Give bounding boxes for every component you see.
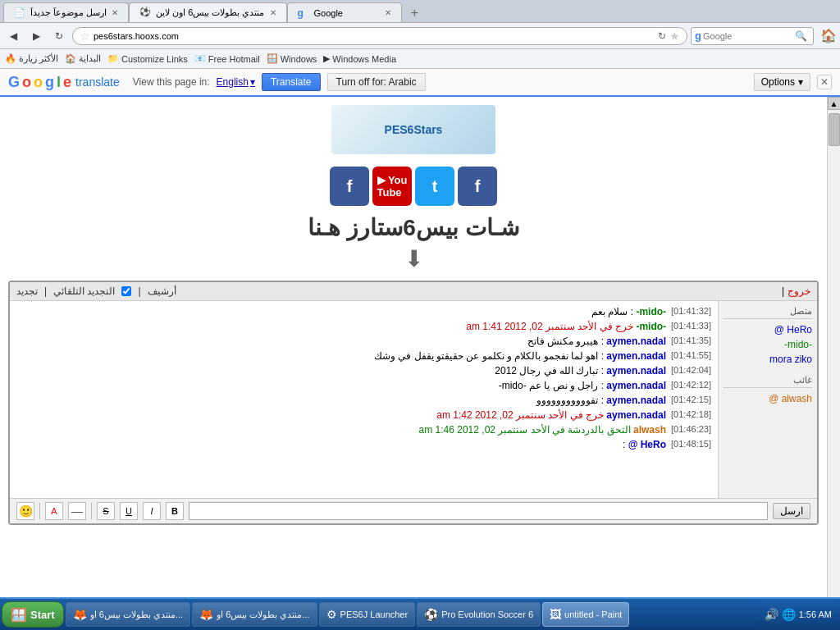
facebook-icon-1[interactable]: f — [330, 167, 369, 206]
twitter-icon[interactable]: t — [415, 167, 454, 206]
google-g3: o — [34, 74, 43, 91]
msg-text-9: التحق بالدردشة في الأحد سنتمبر 02, 2012 … — [419, 424, 633, 436]
msg-text-6: : راجل و نص يا عم -mido- — [499, 380, 607, 391]
launcher-icon: ⚙ — [326, 608, 337, 621]
bold-button[interactable]: B — [166, 502, 184, 520]
smiley-button[interactable]: 🙂 — [16, 502, 34, 520]
msg-time-7: [01:42:15] — [671, 395, 711, 404]
send-button[interactable]: ارسل — [773, 503, 810, 519]
search-submit[interactable]: 🔍 — [795, 30, 807, 42]
network-tray-icon[interactable]: 🌐 — [782, 608, 796, 621]
social-icons: f ▶ YouTube t f — [0, 167, 827, 206]
color-button[interactable]: A — [45, 502, 63, 520]
facebook-icon-2[interactable]: f — [458, 167, 497, 206]
speaker-tray-icon[interactable]: 🔊 — [765, 608, 778, 621]
msg-text-4: : اهو لما نفجمو بالكلام و نكلمو عن حقيقت… — [374, 350, 606, 362]
msg-time-1: [01:41:32] — [671, 306, 711, 316]
google-translate-logo: Google translate — [8, 74, 120, 91]
sidebar-user-alwash: alwash @ — [724, 391, 812, 406]
chat-toolbar-left: خروج | — [782, 285, 810, 297]
google-logo-in-search: g — [695, 30, 701, 42]
start-button[interactable]: 🪟 Start — [2, 601, 64, 628]
bookmark-hotmail[interactable]: 📧 Free Hotmail — [194, 53, 260, 64]
taskbar-item-pes6[interactable]: ⚽ Pro Evolution Soccer 6 — [417, 602, 541, 627]
auto-update-label: التجديد التلقائي — [53, 285, 115, 297]
msg-time-3: [01:41:35] — [671, 336, 711, 345]
turn-off-lang: Arabic — [389, 76, 417, 88]
google-g4: g — [45, 74, 54, 91]
taskbar-item-launcher[interactable]: ⚙ PES6J Launcher — [319, 602, 416, 627]
tab-1[interactable]: 📄 ارسل موضوعاً جديداً ✕ — [3, 2, 129, 22]
taskbar: 🪟 Start 🦊 منتدي بطولات بيس6 او... 🦊 منتد… — [0, 597, 840, 630]
taskbar-item-firefox1[interactable]: 🦊 منتدي بطولات بيس6 او... — [66, 602, 190, 627]
translate-bar-close[interactable]: ✕ — [817, 75, 832, 89]
turn-off-prefix: Turn off for: — [336, 76, 386, 88]
content-area[interactable]: PES6Stars f ▶ YouTube t f شـات بيس6ستارز… — [0, 97, 827, 597]
bookmark-customize[interactable]: 📁 Customize Links — [107, 53, 188, 64]
italic-button[interactable]: I — [143, 502, 161, 520]
archive-link[interactable]: أرشيف — [148, 285, 176, 297]
logo-area: PES6Stars — [0, 97, 827, 158]
bookmark-most-visited[interactable]: 🔥 الأكثر زيارة — [5, 53, 58, 64]
tab-3-favicon: g — [298, 7, 309, 19]
google-g6: e — [63, 74, 71, 91]
tab-1-close[interactable]: ✕ — [112, 8, 118, 17]
bookmark-home-label: البداية — [79, 53, 101, 64]
google-g1: G — [8, 74, 20, 91]
youtube-icon[interactable]: ▶ YouTube — [372, 167, 412, 206]
home-bm-icon: 🏠 — [65, 53, 76, 64]
scroll-thumb[interactable] — [829, 113, 840, 146]
folder-icon: 📁 — [107, 53, 119, 64]
translate-button[interactable]: Translate — [262, 73, 321, 91]
home-button[interactable]: 🏠 — [820, 28, 837, 43]
reload-button[interactable]: ↻ — [49, 26, 69, 46]
refresh-link[interactable]: تجديد — [16, 285, 38, 297]
chat-message-5: [01:42:04] aymen.nadal : تبارك الله في ر… — [13, 363, 714, 378]
search-input[interactable] — [703, 31, 793, 41]
msg-text-8: خرج في الأحد سنتمبر 02, 2012 am 1:42 — [436, 409, 606, 421]
tab-3[interactable]: g Google ✕ — [287, 2, 402, 22]
auto-update-checkbox[interactable] — [121, 286, 131, 296]
options-arrow-icon: ▾ — [798, 76, 803, 88]
bookmark-home[interactable]: 🏠 البداية — [65, 53, 101, 64]
tab-2[interactable]: ⚽ منتدي بطولات بيس6 اون لاين ✕ — [129, 2, 286, 22]
language-selector[interactable]: English ▾ — [217, 76, 255, 88]
msg-time-8: [01:42:18] — [671, 409, 711, 419]
nav-bar: ◀ ▶ ↻ ☆ ↻ ★ g 🔍 🏠 — [0, 23, 840, 49]
content-wrapper: PES6Stars f ▶ YouTube t f شـات بيس6ستارز… — [0, 97, 840, 597]
bookmark-media-label: Windows Media — [332, 54, 396, 64]
back-button[interactable]: ◀ — [3, 26, 23, 46]
online-section: متصل HeRo @ -mido- mora ziko — [724, 306, 812, 367]
msg-time-5: [01:42:04] — [671, 365, 711, 375]
online-section-title: متصل — [724, 306, 812, 319]
msg-user-1: -mido- — [636, 306, 666, 317]
msg-time-9: [01:46:23] — [671, 424, 711, 434]
paint-icon: 🖼 — [550, 608, 561, 621]
refresh-in-bar[interactable]: ↻ — [658, 30, 666, 42]
language-label: English — [217, 76, 249, 88]
google-g2: o — [22, 74, 31, 91]
turn-off-button[interactable]: Turn off for: Arabic — [327, 73, 426, 91]
underline-button[interactable]: U — [120, 502, 138, 520]
strikethrough-button[interactable]: S — [97, 502, 115, 520]
firefox1-icon: 🦊 — [73, 608, 87, 621]
exit-link[interactable]: خروج — [788, 285, 810, 297]
start-logo-icon: 🪟 — [11, 607, 27, 623]
taskbar-item-paint[interactable]: 🖼 untitled - Paint — [542, 602, 629, 627]
bookmark-media[interactable]: ▶ Windows Media — [323, 53, 396, 64]
forward-button[interactable]: ▶ — [26, 26, 46, 46]
chat-input-field[interactable] — [189, 502, 768, 520]
bookmark-star[interactable]: ★ — [669, 30, 680, 43]
bookmark-windows[interactable]: 🪟 Windows — [267, 53, 317, 64]
tab-3-close[interactable]: ✕ — [385, 8, 391, 17]
taskbar-item-firefox2[interactable]: 🦊 منتدي بطولات بيس6 او... — [192, 602, 317, 627]
address-input[interactable] — [94, 31, 655, 41]
msg-time-4: [01:41:55] — [671, 350, 711, 360]
tab-2-close[interactable]: ✕ — [270, 8, 276, 17]
scroll-up-arrow[interactable]: ▲ — [828, 97, 841, 110]
options-button[interactable]: Options ▾ — [754, 73, 810, 91]
chat-messages[interactable]: [01:41:32] -mido- : سلام بعم [01:41:33] … — [10, 301, 719, 498]
new-tab-button[interactable]: + — [405, 4, 425, 22]
fire-icon: 🔥 — [5, 53, 16, 64]
line-button[interactable]: — — [68, 502, 86, 520]
